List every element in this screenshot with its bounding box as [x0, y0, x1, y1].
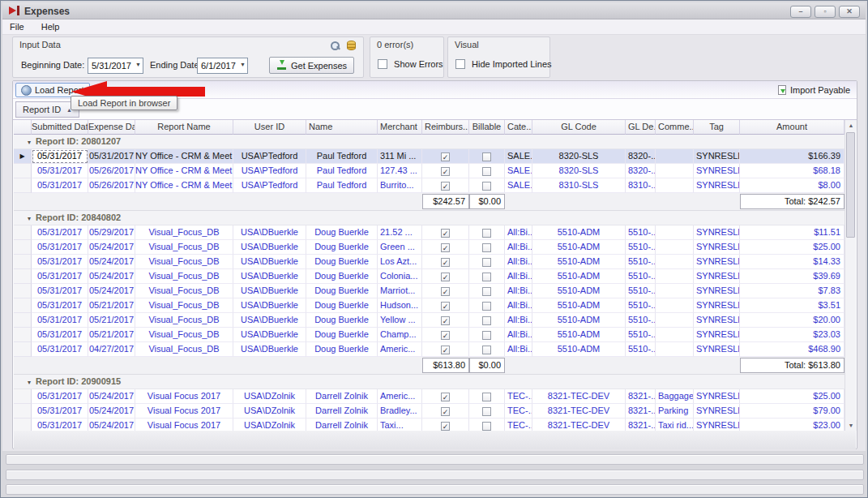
table-row[interactable]: 05/31/201705/21/2017Visual_Focus_DBUSA\D… — [14, 313, 844, 328]
scrollbar-thumb[interactable] — [846, 132, 855, 238]
reimbursable-checkbox[interactable]: ✓ — [441, 167, 450, 176]
input-data-title: Input Data — [19, 40, 61, 49]
table-row[interactable]: 05/31/201704/27/2017Visual_Focus_DBUSA\D… — [14, 342, 844, 357]
table-row[interactable]: 05/31/201705/26/2017NY Office - CRM & Me… — [14, 164, 844, 178]
vertical-scrollbar[interactable]: ▲ ▼ — [844, 120, 856, 431]
reimbursable-checkbox[interactable]: ✓ — [441, 258, 450, 267]
hide-imported-lines-checkbox[interactable] — [455, 59, 465, 69]
billable-checkbox[interactable] — [482, 346, 491, 354]
column-header-name[interactable]: Name — [306, 120, 378, 135]
table-row[interactable]: 05/31/201705/29/2017Visual_Focus_DBUSA\D… — [14, 225, 844, 240]
column-header-reimbursable[interactable]: Reimburs... — [422, 120, 469, 135]
reimbursable-checkbox[interactable]: ✓ — [441, 316, 450, 325]
table-row[interactable]: 05/31/201705/24/2017Visual_Focus_DBUSA\D… — [14, 240, 844, 255]
cell-expense: 05/24/2017 — [88, 389, 135, 404]
row-indicator — [14, 178, 32, 193]
billable-checkbox[interactable] — [482, 229, 491, 238]
group-collapse-icon[interactable]: ▾ — [28, 215, 31, 222]
table-row[interactable]: 05/31/201705/24/2017Visual Focus 2017USA… — [14, 404, 844, 419]
table-row[interactable]: 05/31/201705/24/2017Visual_Focus_DBUSA\D… — [14, 269, 844, 284]
column-header-gl_code[interactable]: GL Code — [532, 120, 626, 135]
reimbursable-checkbox[interactable]: ✓ — [441, 393, 450, 401]
title-bar[interactable]: Expenses – ▫ ✕ — [2, 2, 866, 19]
billable-checkbox[interactable] — [482, 167, 491, 176]
reimbursable-checkbox[interactable]: ✓ — [441, 273, 450, 281]
cell-comment — [656, 255, 694, 269]
group-header-row[interactable]: ▾Report ID: 20801207 — [14, 135, 844, 149]
cell-category: All:Bi... — [505, 225, 532, 240]
table-row[interactable]: 05/31/201705/21/2017Visual_Focus_DBUSA\D… — [14, 328, 844, 342]
group-header-row[interactable]: ▾Report ID: 20900915 — [14, 375, 844, 389]
column-header-amount[interactable]: Amount — [740, 120, 844, 135]
maximize-button-icon[interactable]: ▫ — [815, 6, 836, 18]
reimbursable-checkbox[interactable]: ✓ — [441, 302, 450, 311]
visual-group-title: Visual — [455, 40, 479, 49]
column-header-expense[interactable]: Expense Date — [88, 120, 135, 135]
billable-checkbox[interactable] — [482, 273, 491, 281]
reimbursable-checkbox[interactable]: ✓ — [441, 243, 450, 252]
reimbursable-checkbox[interactable]: ✓ — [441, 346, 450, 354]
cell-report: NY Office - CRM & Meet wit... — [135, 164, 233, 178]
cell-billable — [469, 313, 505, 328]
get-expenses-button[interactable]: Get Expenses — [269, 57, 354, 74]
table-row[interactable]: 05/31/201705/24/2017Visual_Focus_DBUSA\D… — [14, 284, 844, 298]
group-header-row[interactable]: ▾Report ID: 20840802 — [14, 211, 844, 225]
show-errors-checkbox[interactable] — [378, 59, 387, 69]
billable-checkbox[interactable] — [482, 407, 491, 416]
cell-submitted: 05/31/2017 — [32, 284, 88, 298]
reimbursable-checkbox[interactable]: ✓ — [441, 229, 450, 238]
reimbursable-checkbox[interactable]: ✓ — [441, 407, 450, 416]
reimbursable-checkbox[interactable]: ✓ — [441, 152, 450, 161]
close-button-icon[interactable]: ✕ — [839, 6, 860, 18]
table-row[interactable]: 05/31/201705/24/2017Visual_Focus_DBUSA\D… — [14, 255, 844, 269]
reimbursable-checkbox[interactable]: ✓ — [441, 331, 450, 340]
cell-gl_desc: 5510-... — [626, 269, 656, 284]
table-row[interactable]: 05/31/201705/24/2017Visual Focus 2017USA… — [14, 389, 844, 404]
group-collapse-icon[interactable]: ▾ — [28, 379, 31, 386]
billable-checkbox[interactable] — [482, 422, 491, 431]
cell-category: SALE... — [505, 164, 532, 178]
billable-checkbox[interactable] — [482, 316, 491, 325]
beginning-date-combobox[interactable]: 5/31/2017 ▼ — [88, 58, 143, 74]
cell-amount: $25.00 — [740, 240, 844, 255]
billable-checkbox[interactable] — [482, 243, 491, 252]
column-header-tag[interactable]: Tag — [694, 120, 740, 135]
billable-checkbox[interactable] — [482, 258, 491, 267]
table-row[interactable]: 05/31/201705/21/2017Visual_Focus_DBUSA\D… — [14, 298, 844, 313]
column-header-merchant[interactable]: Merchant — [378, 120, 422, 135]
preview-icon[interactable] — [330, 41, 340, 51]
billable-checkbox[interactable] — [482, 302, 491, 311]
column-header-submitted[interactable]: Submitted Date — [32, 120, 88, 135]
table-row[interactable]: 05/31/201705/26/2017NY Office - CRM & Me… — [14, 178, 844, 193]
billable-checkbox[interactable] — [482, 331, 491, 340]
column-header-user[interactable]: User ID — [233, 120, 306, 135]
reimbursable-checkbox[interactable]: ✓ — [441, 287, 450, 296]
reimbursable-checkbox[interactable]: ✓ — [441, 182, 450, 191]
ending-date-combobox[interactable]: 6/1/2017 ▼ — [197, 58, 248, 74]
import-payable-button[interactable]: Import Payable — [778, 83, 850, 97]
billable-checkbox[interactable] — [482, 182, 491, 191]
table-row[interactable]: 05/31/201705/24/2017Visual Focus 2017USA… — [14, 419, 844, 431]
menu-help[interactable]: Help — [34, 19, 67, 34]
load-report-icon — [21, 85, 32, 96]
menu-file[interactable]: File — [2, 19, 32, 34]
chevron-down-icon[interactable]: ▼ — [240, 62, 246, 67]
cell-comment — [656, 328, 694, 342]
billable-checkbox[interactable] — [482, 287, 491, 296]
billable-checkbox[interactable] — [482, 152, 491, 161]
column-header-gl_desc[interactable]: GL De... — [626, 120, 656, 135]
table-row[interactable]: ▶05/31/201705/31/2017NY Office - CRM & M… — [14, 149, 844, 164]
reimbursable-checkbox[interactable]: ✓ — [441, 422, 450, 431]
column-header-category[interactable]: Cate... — [505, 120, 532, 135]
scroll-up-icon[interactable]: ▲ — [845, 120, 857, 131]
column-header-comment[interactable]: Comme... — [656, 120, 694, 135]
cell-reimbursable: ✓ — [422, 404, 469, 419]
column-header-billable[interactable]: Billable — [469, 120, 505, 135]
column-header-report[interactable]: Report Name — [135, 120, 233, 135]
group-collapse-icon[interactable]: ▾ — [28, 139, 31, 146]
database-icon[interactable] — [347, 41, 356, 50]
chevron-down-icon[interactable]: ▼ — [135, 62, 141, 67]
minimize-button-icon[interactable]: – — [790, 6, 811, 18]
scroll-down-icon[interactable]: ▼ — [845, 420, 857, 431]
billable-checkbox[interactable] — [482, 393, 491, 401]
